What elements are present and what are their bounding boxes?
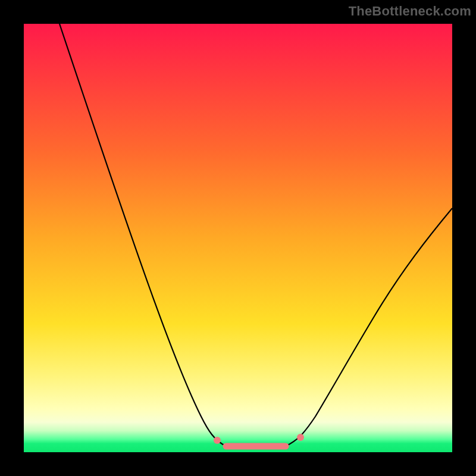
left-transition-marker — [214, 437, 221, 444]
curves-svg — [24, 24, 452, 452]
chart-frame: TheBottleneck.com — [0, 0, 476, 476]
right-curve — [286, 208, 452, 446]
watermark-label: TheBottleneck.com — [349, 4, 471, 19]
plot-area — [24, 24, 452, 452]
left-curve — [60, 24, 226, 446]
right-transition-marker — [297, 434, 304, 441]
